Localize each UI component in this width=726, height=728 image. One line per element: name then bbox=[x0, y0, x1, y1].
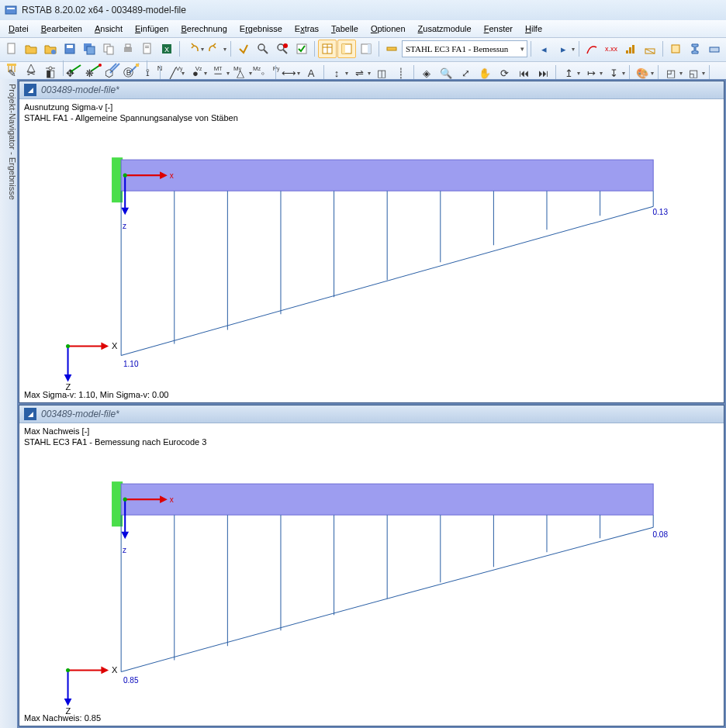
graphics-view-2[interactable]: Max Nachweis [-] STAHL EC3 FA1 - Bemessu… bbox=[19, 423, 724, 726]
svg-marker-75 bbox=[65, 374, 71, 381]
child-window-2-titlebar[interactable]: ◢ 003489-model-file* bbox=[19, 405, 724, 423]
svg-line-35 bbox=[645, 49, 655, 53]
window-title: RSTAB 8.20.02 x64 - 003489-model-file bbox=[22, 5, 186, 16]
calculate-button[interactable] bbox=[234, 40, 253, 58]
svg-rect-33 bbox=[632, 45, 634, 53]
view1-end-value: 0.13 bbox=[653, 208, 668, 216]
copy-button[interactable] bbox=[99, 40, 118, 58]
check-button[interactable] bbox=[292, 40, 311, 58]
svg-rect-1 bbox=[7, 8, 15, 9]
redo-button[interactable] bbox=[206, 40, 224, 58]
svg-point-76 bbox=[66, 344, 70, 348]
svg-rect-9 bbox=[107, 47, 113, 54]
window-titlebar: RSTAB 8.20.02 x64 - 003489-model-file bbox=[0, 0, 726, 20]
svg-text:X: X bbox=[112, 341, 118, 350]
result-diagram-2-button[interactable] bbox=[641, 40, 659, 58]
svg-point-102 bbox=[66, 668, 70, 671]
child-window-1-icon: ◢ bbox=[24, 84, 36, 96]
navigator-button[interactable] bbox=[337, 40, 356, 58]
working-dir-button[interactable] bbox=[41, 40, 60, 58]
svg-rect-80 bbox=[121, 484, 653, 515]
svg-rect-54 bbox=[121, 160, 653, 191]
child-window-2-title: 003489-model-file* bbox=[41, 409, 119, 419]
sections-button[interactable] bbox=[666, 40, 685, 58]
view1-subheading: STAHL FA1 - Allgemeine Spannungsanalyse … bbox=[24, 113, 238, 122]
save-button[interactable] bbox=[60, 40, 79, 58]
svg-rect-27 bbox=[342, 44, 345, 53]
project-navigator-tab[interactable]: Projekt-Navigator - Ergebnisse bbox=[0, 79, 18, 728]
plausibility-button[interactable] bbox=[273, 40, 292, 58]
table-button[interactable] bbox=[318, 40, 337, 58]
save-all-button[interactable] bbox=[80, 40, 99, 58]
results-on-button[interactable] bbox=[583, 40, 601, 58]
svg-point-21 bbox=[283, 43, 288, 48]
menu-extras[interactable]: Extras bbox=[289, 22, 324, 35]
menu-tabelle[interactable]: Tabelle bbox=[326, 22, 364, 35]
view1-footer: Max Sigma-v: 1.10, Min Sigma-v: 0.00 bbox=[24, 390, 168, 399]
svg-rect-36 bbox=[672, 45, 679, 53]
module-combo-value: STAHL EC3 FA1 - Bemessun bbox=[406, 44, 508, 53]
undo-dropdown[interactable]: ▾ bbox=[200, 46, 205, 53]
redo-dropdown[interactable]: ▾ bbox=[223, 46, 227, 53]
svg-rect-14 bbox=[145, 47, 149, 48]
svg-rect-11 bbox=[126, 44, 130, 47]
view2-heading: Max Nachweis [-] bbox=[24, 426, 89, 436]
menu-fenster[interactable]: Fenster bbox=[479, 22, 518, 35]
report-button[interactable] bbox=[138, 40, 157, 58]
svg-rect-29 bbox=[368, 44, 371, 53]
menu-ergebnisse[interactable]: Ergebnisse bbox=[234, 22, 288, 35]
child-window-2: ◢ 003489-model-file* Max Nachweis [-] ST… bbox=[19, 405, 724, 727]
svg-rect-5 bbox=[67, 45, 73, 48]
view2-z-label: z bbox=[123, 546, 126, 554]
menu-optionen[interactable]: Optionen bbox=[365, 22, 411, 35]
module-combo[interactable]: STAHL EC3 FA1 - Bemessun bbox=[402, 40, 527, 57]
open-file-button[interactable] bbox=[22, 40, 40, 58]
result-diagram-1-button[interactable] bbox=[621, 40, 640, 58]
svg-rect-13 bbox=[145, 46, 149, 47]
menu-ansicht[interactable]: Ansicht bbox=[89, 22, 128, 35]
svg-point-17 bbox=[258, 44, 264, 50]
svg-line-18 bbox=[264, 50, 268, 53]
svg-point-3 bbox=[51, 50, 56, 54]
units-button[interactable] bbox=[382, 40, 401, 58]
menu-zusatzmodule[interactable]: Zusatzmodule bbox=[413, 22, 477, 35]
lc-dropdown[interactable]: ▾ bbox=[571, 46, 576, 53]
menu-datei[interactable]: Datei bbox=[3, 22, 34, 35]
view1-diagram: x bbox=[19, 99, 724, 402]
undo-button[interactable] bbox=[183, 40, 202, 58]
new-file-button[interactable] bbox=[2, 40, 21, 58]
child-window-1: ◢ 003489-model-file* Ausnutzung Sigma-v … bbox=[19, 81, 724, 403]
svg-rect-7 bbox=[87, 47, 95, 54]
view2-subheading: STAHL EC3 FA1 - Bemessung nach Eurocode … bbox=[24, 437, 206, 447]
prev-lc-button[interactable]: ◂ bbox=[534, 40, 553, 58]
toolbar-row-1: X ▾ ▾ STAHL EC3 FA1 - Bemessun ◂ ▸▾ x.xx… bbox=[0, 38, 726, 62]
mat-button[interactable] bbox=[705, 40, 724, 58]
child-window-1-title: 003489-model-file* bbox=[41, 85, 119, 95]
svg-text:X: X bbox=[164, 46, 169, 53]
menu-hilfe[interactable]: Hilfe bbox=[520, 22, 548, 35]
result-values-button[interactable]: x.xx bbox=[602, 40, 621, 58]
svg-point-19 bbox=[278, 44, 284, 50]
menu-bearbeiten[interactable]: Bearbeiten bbox=[36, 22, 88, 35]
svg-marker-84 bbox=[122, 532, 128, 538]
view2-end-value: 0.08 bbox=[653, 530, 668, 539]
print-button[interactable] bbox=[119, 40, 137, 58]
svg-rect-37 bbox=[710, 47, 719, 52]
svg-text:X: X bbox=[112, 665, 118, 675]
view1-heading: Ausnutzung Sigma-v [-] bbox=[24, 102, 112, 112]
view1-z-label: z bbox=[123, 222, 126, 230]
excel-button[interactable]: X bbox=[157, 40, 176, 58]
svg-rect-32 bbox=[629, 47, 631, 53]
child-window-1-titlebar[interactable]: ◢ 003489-model-file* bbox=[19, 81, 724, 99]
menu-berechnung[interactable]: Berechnung bbox=[175, 22, 232, 35]
view2-footer: Max Nachweis: 0.85 bbox=[24, 713, 101, 723]
cross-sections-button[interactable] bbox=[686, 40, 704, 58]
menu-einfuegen[interactable]: Einfügen bbox=[130, 22, 174, 35]
panel-button[interactable] bbox=[357, 40, 375, 58]
graphics-view-1[interactable]: Ausnutzung Sigma-v [-] STAHL FA1 - Allge… bbox=[19, 99, 724, 402]
svg-marker-73 bbox=[102, 343, 108, 349]
svg-rect-31 bbox=[626, 50, 628, 53]
find-button[interactable] bbox=[254, 40, 272, 58]
next-lc-button[interactable]: ▸ bbox=[554, 40, 572, 58]
svg-rect-2 bbox=[8, 43, 15, 53]
